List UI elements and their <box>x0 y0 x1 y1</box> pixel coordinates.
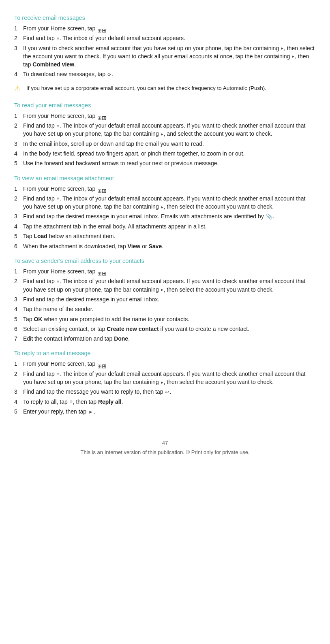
step-content: Tap the attachment tab in the email body… <box>23 222 316 230</box>
grid-icon: ⊞ <box>97 187 103 192</box>
step-number: 1 <box>14 185 23 193</box>
step-number: 4 <box>14 149 23 158</box>
step-content: Enter your reply, then tap ►. <box>23 407 316 416</box>
step-content: From your Home screen, tap ⊞. <box>23 185 316 193</box>
grid-icon: ⊞ <box>97 362 103 367</box>
dropdown-icon: ▿ <box>57 195 59 202</box>
menu-icon: ≡ <box>70 399 73 405</box>
step-number: 2 <box>14 194 23 211</box>
step-content: When the attachment is downloaded, tap V… <box>23 242 316 250</box>
bold-text: Load <box>34 233 47 239</box>
list-item: 1 From your Home screen, tap ⊞. <box>14 360 316 368</box>
list-item: 1 From your Home screen, tap ⊞. <box>14 24 316 32</box>
step-content: From your Home screen, tap ⊞. <box>23 24 316 32</box>
footer-text: This is an Internet version of this publ… <box>80 449 249 455</box>
list-item: 7 Edit the contact information and tap D… <box>14 335 316 343</box>
section-save-contact-title: To save a sender's email address to your… <box>14 258 316 264</box>
step-number: 2 <box>14 277 23 294</box>
step-content: In the body text field, spread two finge… <box>23 149 316 158</box>
list-item: 1 From your Home screen, tap ⊞. <box>14 185 316 193</box>
list-item: 2 Find and tap ▿. The inbox of your defa… <box>14 277 316 294</box>
step-content: To reply to all, tap ≡, then tap Reply a… <box>23 398 316 406</box>
receive-steps: 1 From your Home screen, tap ⊞. 2 Find a… <box>14 24 316 79</box>
list-item: 3 If you want to check another email acc… <box>14 44 316 69</box>
list-item: 2 Find and tap ▿. The inbox of your defa… <box>14 194 316 211</box>
flag-icon: ▸ <box>161 204 163 211</box>
step-content: From your Home screen, tap ⊞. <box>23 267 316 275</box>
step-number: 1 <box>14 360 23 368</box>
step-content: Find and tap ▿. The inbox of your defaul… <box>23 194 316 211</box>
flag-icon: ▸ <box>281 45 283 52</box>
section-receive-title: To receive email messages <box>14 15 316 21</box>
step-number: 2 <box>14 122 23 138</box>
step-number: 2 <box>14 370 23 386</box>
list-item: 3 Find and tap the message you want to r… <box>14 388 316 396</box>
flag-icon: ▸ <box>292 53 294 60</box>
reply-icon: ↩ <box>165 389 169 396</box>
step-content: Use the forward and backward arrows to r… <box>23 159 316 167</box>
list-item: 2 Find and tap ▿. The inbox of your defa… <box>14 34 316 42</box>
step-content: Find and tap the desired message in your… <box>23 295 316 303</box>
step-number: 3 <box>14 388 23 396</box>
section-reply: To reply to an email message 1 From your… <box>14 350 316 416</box>
grid-icon: ⊞ <box>97 114 103 119</box>
step-content: Find and tap the message you want to rep… <box>23 388 316 396</box>
section-attachment: To view an email message attachment 1 Fr… <box>14 175 316 251</box>
step-number: 2 <box>14 34 23 42</box>
step-number: 6 <box>14 325 23 333</box>
step-number: 3 <box>14 212 23 221</box>
step-content: From your Home screen, tap ⊞. <box>23 112 316 120</box>
section-read: To read your email messages 1 From your … <box>14 102 316 168</box>
step-number: 5 <box>14 232 23 240</box>
dropdown-icon: ▿ <box>57 278 59 285</box>
section-save-contact: To save a sender's email address to your… <box>14 258 316 343</box>
tip-icon: ⚠ <box>14 84 23 93</box>
list-item: 5 Tap OK when you are prompted to add th… <box>14 315 316 323</box>
step-content: To download new messages, tap ⟳. <box>23 70 316 78</box>
step-content: If you want to check another email accou… <box>23 44 316 69</box>
step-content: Find and tap ▿. The inbox of your defaul… <box>23 370 316 386</box>
list-item: 2 Find and tap ▿. The inbox of your defa… <box>14 370 316 386</box>
bold-text: Combined view <box>32 61 74 68</box>
footer: 47 This is an Internet version of this p… <box>14 440 316 455</box>
step-number: 5 <box>14 407 23 416</box>
list-item: 2 Find and tap ▿. The inbox of your defa… <box>14 122 316 138</box>
step-number: 1 <box>14 267 23 275</box>
step-content: Find and tap ▿. The inbox of your defaul… <box>23 34 316 42</box>
dropdown-icon: ▿ <box>57 35 59 42</box>
list-item: 5 Tap Load below an attachment item. <box>14 232 316 240</box>
flag-icon: ▸ <box>161 131 163 138</box>
refresh-icon: ⟳ <box>107 71 111 78</box>
step-number: 5 <box>14 159 23 167</box>
save-contact-steps: 1 From your Home screen, tap ⊞. 2 Find a… <box>14 267 316 343</box>
list-item: 3 Find and tap the desired message in yo… <box>14 212 316 221</box>
step-content: Find and tap the desired message in your… <box>23 212 316 221</box>
page-number: 47 <box>14 440 316 446</box>
list-item: 3 Find and tap the desired message in yo… <box>14 295 316 303</box>
grid-icon: ⊞ <box>97 269 103 274</box>
list-item: 5 Enter your reply, then tap ►. <box>14 407 316 416</box>
list-item: 1 From your Home screen, tap ⊞. <box>14 112 316 120</box>
section-read-title: To read your email messages <box>14 102 316 109</box>
bold-text: Done <box>114 335 128 342</box>
step-number: 4 <box>14 70 23 78</box>
step-number: 3 <box>14 295 23 303</box>
bold-text: OK <box>34 316 42 322</box>
attachment-steps: 1 From your Home screen, tap ⊞. 2 Find a… <box>14 185 316 251</box>
bold-text: Reply all <box>98 399 122 405</box>
flag-icon: ▸ <box>161 379 163 386</box>
list-item: 4 To reply to all, tap ≡, then tap Reply… <box>14 398 316 406</box>
reply-steps: 1 From your Home screen, tap ⊞. 2 Find a… <box>14 360 316 416</box>
list-item: 4 To download new messages, tap ⟳. <box>14 70 316 78</box>
step-number: 5 <box>14 315 23 323</box>
list-item: 4 In the body text field, spread two fin… <box>14 149 316 158</box>
step-content: In the email inbox, scroll up or down an… <box>23 140 316 148</box>
step-number: 4 <box>14 305 23 313</box>
dropdown-icon: ▿ <box>57 371 59 377</box>
section-reply-title: To reply to an email message <box>14 350 316 356</box>
grid-icon: ⊞ <box>97 26 103 31</box>
step-number: 7 <box>14 335 23 343</box>
step-content: Select an existing contact, or tap Creat… <box>23 325 316 333</box>
list-item: 1 From your Home screen, tap ⊞. <box>14 267 316 275</box>
list-item: 4 Tap the name of the sender. <box>14 305 316 313</box>
